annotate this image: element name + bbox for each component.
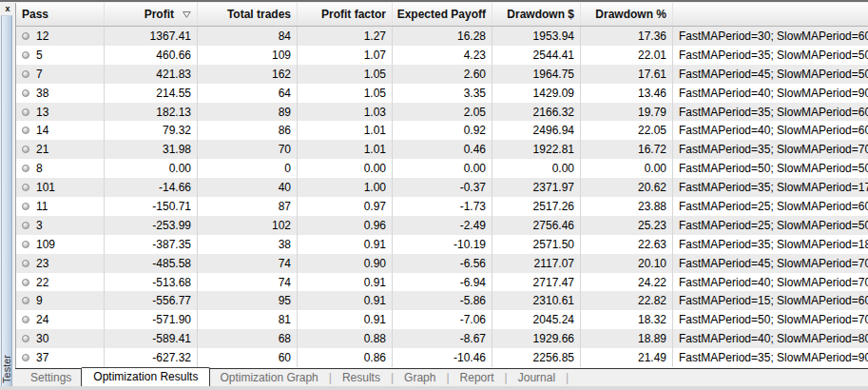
tab-graph[interactable]: Graph bbox=[395, 369, 445, 386]
pass-ball-icon bbox=[22, 354, 29, 361]
cell-total_trades: 60 bbox=[198, 348, 298, 367]
cell-total_trades: 38 bbox=[198, 235, 298, 254]
tab-results[interactable]: Results bbox=[333, 369, 390, 386]
table-row[interactable]: 3-253.991020.96-2.492756.4625.23FastMAPe… bbox=[16, 216, 868, 235]
pass-number: 13 bbox=[36, 106, 48, 119]
column-header-drawdown_usd[interactable]: Drawdown $ bbox=[492, 3, 581, 26]
pass-ball-icon bbox=[22, 241, 29, 248]
table-row[interactable]: 101-14.66401.00-0.372371.9720.62FastMAPe… bbox=[16, 178, 868, 197]
column-header-inputs[interactable] bbox=[673, 3, 868, 26]
pass-ball-icon bbox=[22, 108, 29, 116]
cell-inputs: FastMAPeriod=35; SlowMAPeriod=50; bbox=[673, 46, 868, 65]
table-row[interactable]: 24-571.90810.91-7.062045.2418.32FastMAPe… bbox=[16, 310, 868, 329]
cell-drawdown_pct: 25.23 bbox=[581, 216, 673, 235]
cell-profit_factor: 1.01 bbox=[298, 140, 393, 159]
cell-drawdown_usd: 1429.09 bbox=[492, 84, 581, 103]
table-row[interactable]: 5460.661091.074.232544.4122.01FastMAPeri… bbox=[16, 46, 868, 65]
table-row[interactable]: 30-589.41680.88-8.671929.6618.89FastMAPe… bbox=[16, 329, 868, 348]
pass-ball-icon bbox=[22, 165, 29, 172]
cell-expected_payoff: -6.94 bbox=[393, 273, 492, 292]
cell-pass: 109 bbox=[16, 235, 105, 254]
cell-profit_factor: 1.27 bbox=[298, 27, 393, 46]
tab-optimization-graph[interactable]: Optimization Graph bbox=[210, 369, 327, 386]
table-row[interactable]: 37-627.32600.86-10.462256.8521.49FastMAP… bbox=[16, 348, 868, 367]
column-header-label: Expected Payoff bbox=[397, 8, 486, 21]
cell-drawdown_pct: 24.22 bbox=[581, 273, 673, 292]
pass-number: 37 bbox=[36, 351, 48, 364]
table-row[interactable]: 1479.32861.010.922496.9422.05FastMAPerio… bbox=[16, 121, 868, 140]
cell-profit: 1367.41 bbox=[105, 27, 198, 46]
cell-total_trades: 70 bbox=[198, 140, 298, 159]
tab-journal[interactable]: Journal bbox=[509, 369, 565, 386]
tester-panel: x Tester PassProfitTotal tradesProfit fa… bbox=[0, 0, 868, 390]
cell-inputs: FastMAPeriod=25; SlowMAPeriod=50; bbox=[673, 216, 868, 235]
column-header-drawdown_pct[interactable]: Drawdown % bbox=[581, 3, 673, 26]
column-header-expected_payoff[interactable]: Expected Payoff bbox=[393, 3, 492, 26]
column-header-pass[interactable]: Pass bbox=[16, 3, 105, 26]
cell-expected_payoff: 4.23 bbox=[393, 46, 492, 65]
cell-drawdown_usd: 2517.26 bbox=[492, 197, 581, 216]
cell-drawdown_pct: 17.61 bbox=[581, 65, 673, 84]
cell-expected_payoff: -2.49 bbox=[393, 216, 492, 235]
cell-drawdown_pct: 23.88 bbox=[581, 197, 673, 216]
column-header-label: Pass bbox=[22, 8, 48, 21]
table-row[interactable]: 13182.13891.032.052166.3219.79FastMAPeri… bbox=[16, 103, 868, 122]
table-row[interactable]: 109-387.35380.91-10.192571.5022.63FastMA… bbox=[16, 235, 868, 254]
close-button[interactable]: x bbox=[1, 3, 14, 14]
table-row[interactable]: 9-556.77950.91-5.862310.6122.82FastMAPer… bbox=[16, 291, 868, 310]
table-body: 121367.41841.2716.281953.9417.36FastMAPe… bbox=[16, 27, 868, 367]
pass-ball-icon bbox=[22, 70, 29, 78]
pass-ball-icon bbox=[22, 146, 29, 153]
table-row[interactable]: 11-150.71870.97-1.732517.2623.88FastMAPe… bbox=[16, 197, 868, 216]
pass-number: 7 bbox=[36, 68, 43, 81]
cell-drawdown_usd: 0.00 bbox=[492, 159, 581, 178]
cell-drawdown_usd: 2256.85 bbox=[492, 348, 581, 367]
cell-drawdown_pct: 18.89 bbox=[581, 329, 673, 348]
cell-profit: 31.98 bbox=[105, 140, 198, 159]
cell-inputs: FastMAPeriod=30; SlowMAPeriod=60; bbox=[673, 27, 868, 46]
cell-pass: 22 bbox=[16, 273, 105, 292]
cell-profit: 0.00 bbox=[105, 159, 198, 178]
cell-profit_factor: 1.07 bbox=[298, 46, 393, 65]
cell-drawdown_usd: 2117.07 bbox=[492, 254, 581, 273]
cell-total_trades: 40 bbox=[198, 178, 298, 197]
cell-pass: 21 bbox=[16, 140, 105, 159]
pass-ball-icon bbox=[22, 89, 29, 97]
table-row[interactable]: 22-513.68740.91-6.942717.4724.22FastMAPe… bbox=[16, 273, 868, 292]
cell-inputs: FastMAPeriod=40; SlowMAPeriod=60; bbox=[673, 121, 868, 140]
pass-ball-icon bbox=[22, 279, 29, 286]
cell-profit: 79.32 bbox=[105, 121, 198, 140]
cell-total_trades: 87 bbox=[198, 197, 298, 216]
column-header-profit_factor[interactable]: Profit factor bbox=[298, 3, 393, 26]
cell-expected_payoff: -10.19 bbox=[393, 235, 492, 254]
table-row[interactable]: 2131.98701.010.461922.8116.72FastMAPerio… bbox=[16, 140, 868, 159]
pass-number: 24 bbox=[36, 313, 48, 326]
cell-profit: 460.66 bbox=[105, 46, 198, 65]
tab-report[interactable]: Report bbox=[451, 369, 504, 386]
pass-number: 3 bbox=[36, 219, 43, 232]
column-header-profit[interactable]: Profit bbox=[105, 3, 198, 26]
pass-number: 12 bbox=[36, 29, 48, 43]
tester-panel-tab[interactable]: Tester bbox=[1, 15, 12, 390]
cell-pass: 23 bbox=[16, 254, 105, 273]
table-row[interactable]: 121367.41841.2716.281953.9417.36FastMAPe… bbox=[16, 27, 868, 46]
cell-expected_payoff: 2.05 bbox=[393, 103, 492, 122]
column-header-total_trades[interactable]: Total trades bbox=[198, 3, 298, 26]
cell-drawdown_usd: 1964.75 bbox=[492, 65, 581, 84]
table-row[interactable]: 23-485.58740.90-6.562117.0720.10FastMAPe… bbox=[16, 254, 868, 273]
pass-ball-icon bbox=[22, 184, 29, 191]
table-row[interactable]: 7421.831621.052.601964.7517.61FastMAPeri… bbox=[16, 65, 868, 84]
cell-total_trades: 0 bbox=[198, 159, 298, 178]
table-row[interactable]: 80.0000.000.000.000.00FastMAPeriod=50; S… bbox=[16, 159, 868, 178]
cell-expected_payoff: -5.86 bbox=[393, 291, 492, 310]
tab-settings[interactable]: Settings bbox=[21, 369, 81, 386]
table-row[interactable]: 38214.55641.053.351429.0913.46FastMAPeri… bbox=[16, 84, 868, 103]
cell-expected_payoff: -1.73 bbox=[393, 197, 492, 216]
tab-optimization-results[interactable]: Optimization Results bbox=[81, 367, 210, 386]
pass-number: 101 bbox=[36, 181, 55, 194]
cell-total_trades: 86 bbox=[198, 121, 298, 140]
pass-ball-icon bbox=[22, 222, 29, 229]
cell-drawdown_pct: 22.82 bbox=[581, 291, 673, 310]
cell-inputs: FastMAPeriod=35; SlowMAPeriod=180 bbox=[673, 235, 868, 254]
tab-bar: SettingsOptimization ResultsOptimization… bbox=[15, 368, 868, 386]
